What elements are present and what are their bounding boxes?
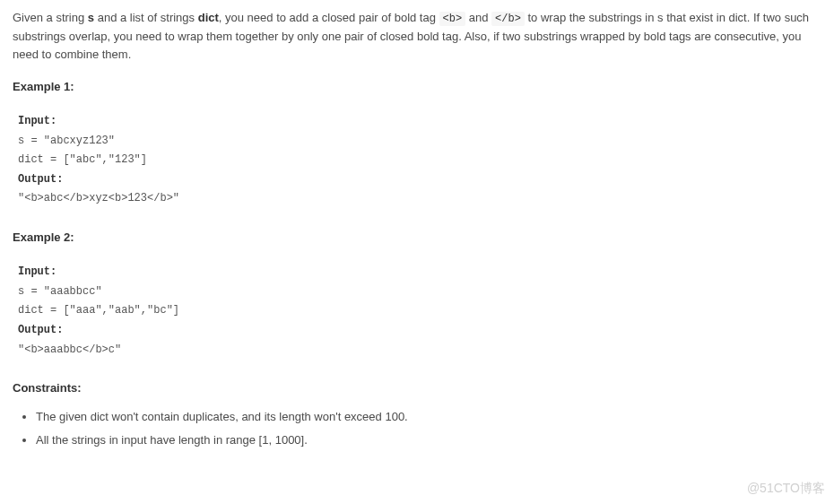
example-1-block: Input: s = "abcxyz123" dict = ["abc","12… — [13, 107, 821, 214]
output-label: Output: — [18, 324, 63, 336]
input-label: Input: — [18, 115, 56, 127]
desc-text: , you need to add a closed pair of bold … — [219, 11, 439, 24]
desc-text: Given a string — [13, 11, 88, 24]
example-line: s = "abcxyz123" — [18, 135, 115, 147]
problem-description: Given a string s and a list of strings d… — [13, 9, 821, 64]
example-line: "<b>aaabbc</b>c" — [18, 343, 121, 356]
code-close-tag: </b> — [491, 12, 525, 26]
example-line: "<b>abc</b>xyz<b>123</b>" — [18, 192, 179, 204]
example-line: dict = ["aaa","aab","bc"] — [18, 304, 179, 317]
constraints-heading: Constraints: — [13, 379, 821, 397]
example-line: dict = ["abc","123"] — [18, 153, 147, 166]
list-item: The given dict won't contain duplicates,… — [36, 408, 821, 426]
code-open-tag: <b> — [439, 12, 466, 26]
example-2-block: Input: s = "aaabbcc" dict = ["aaa","aab"… — [13, 257, 821, 365]
example-2-heading: Example 2: — [13, 229, 821, 247]
input-label: Input: — [18, 265, 56, 278]
var-s: s — [88, 11, 94, 24]
var-dict: dict — [198, 11, 219, 24]
desc-text: and a list of strings — [94, 11, 198, 24]
output-label: Output: — [18, 173, 63, 186]
constraints-list: The given dict won't contain duplicates,… — [13, 408, 821, 449]
example-line: s = "aaabbcc" — [18, 285, 102, 298]
example-1-heading: Example 1: — [13, 78, 821, 96]
desc-text: and — [465, 11, 491, 24]
list-item: All the strings in input have length in … — [36, 431, 821, 449]
